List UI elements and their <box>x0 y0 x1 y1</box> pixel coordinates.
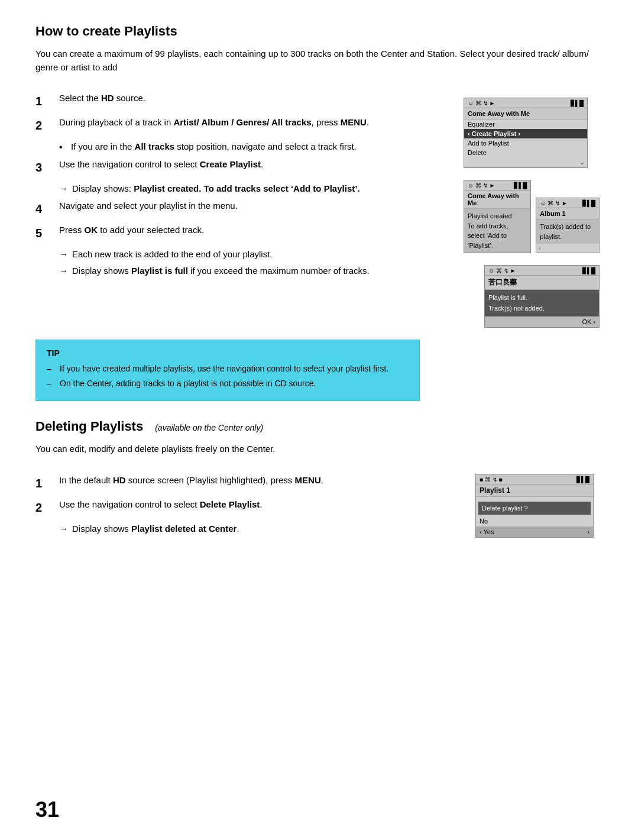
delete-step-2-number: 2 <box>35 498 59 516</box>
step-4-number: 4 <box>35 199 59 218</box>
tip-text-2: On the Center, adding tracks to a playli… <box>60 377 316 390</box>
delete-section-title: Deleting Playlists <box>35 419 143 434</box>
step-1-number: 1 <box>35 92 59 110</box>
tip-item-1: – If you have created multiple playlists… <box>47 363 409 375</box>
device-song-4: 苦口良藥 <box>485 276 599 290</box>
step-4: 4 Navigate and select your playlist in t… <box>35 199 452 218</box>
bullet-item-1: • If you are in the All tracks stop posi… <box>35 140 452 154</box>
device-icons-2: ☺ ⌘ ↯ ► <box>468 182 495 189</box>
device-screen-delete: ■ ⌘ ↯ ■ ▊▌█ Playlist 1 Delete playlist ?… <box>475 474 594 538</box>
bullet-text: If you are in the All tracks stop positi… <box>71 140 357 154</box>
bullet-symbol: • <box>59 140 71 154</box>
device-ok-button: OK › <box>485 316 599 327</box>
device-menu-delete: Delete <box>464 148 587 157</box>
delete-step-1-text: In the default HD source screen (Playlis… <box>59 474 323 492</box>
device-more-indicator-1: ⌄ <box>464 157 587 167</box>
screenshots-column: ☺ ⌘ ↯ ► ▊▌█ Come Away with Me Equalizer … <box>464 92 600 328</box>
device-menu-create-playlist: ‹ Create Playlist › <box>464 129 587 138</box>
delete-steps-column: 1 In the default HD source screen (Playl… <box>35 474 464 539</box>
arrow-text-2: Each new track is added to the end of yo… <box>72 248 273 261</box>
step-5-number: 5 <box>35 224 59 242</box>
page-number: 31 <box>35 797 59 822</box>
device-song-2: Come Away with Me <box>464 190 530 209</box>
device-signal-2: ▊▌█ <box>514 182 527 189</box>
create-section-title: How to create Playlists <box>35 24 600 39</box>
device-signal-4: ▊▌█ <box>582 267 595 274</box>
device-screen-3: ☺ ⌘ ↯ ► ▊▌█ Album 1 Track(s) added to pl… <box>536 198 600 253</box>
arrow-symbol-3: → <box>59 264 72 278</box>
device-header-4: ☺ ⌘ ↯ ► ▊▌█ <box>485 266 599 276</box>
device-icons-3: ☺ ⌘ ↯ ► <box>540 200 567 206</box>
device-signal-3: ▊▌█ <box>582 200 595 206</box>
device-header-2: ☺ ⌘ ↯ ► ▊▌█ <box>464 180 530 190</box>
device-screen-1: ☺ ⌘ ↯ ► ▊▌█ Come Away with Me Equalizer … <box>464 98 588 168</box>
spacer <box>476 497 593 500</box>
delete-step-1-number: 1 <box>35 474 59 492</box>
step-1-text: Select the HD source. <box>59 92 145 110</box>
delete-step-2-text: Use the navigation control to select Del… <box>59 498 263 516</box>
delete-screen-column: ■ ⌘ ↯ ■ ▊▌█ Playlist 1 Delete playlist ?… <box>475 474 600 539</box>
steps-column: 1 Select the HD source. 2 During playbac… <box>35 92 452 328</box>
device-icons-4: ☺ ⌘ ↯ ► <box>488 267 516 274</box>
step-1: 1 Select the HD source. <box>35 92 452 110</box>
step-2-number: 2 <box>35 116 59 134</box>
device-nav-right: › <box>587 528 589 535</box>
device-playlist-title: Playlist 1 <box>476 484 593 497</box>
device-delete-icons: ■ ⌘ ↯ ■ <box>480 476 502 483</box>
step-2-text: During playback of a track in Artist/ Al… <box>59 116 369 134</box>
device-delete-dialog: Delete playlist ? <box>478 502 591 515</box>
delete-step-1: 1 In the default HD source screen (Playl… <box>35 474 464 492</box>
delete-step-2: 2 Use the navigation control to select D… <box>35 498 464 516</box>
delete-arrow-item: → Display shows Playlist deleted at Cent… <box>35 522 464 536</box>
delete-arrow-symbol: → <box>59 522 72 536</box>
step-3-number: 3 <box>35 158 59 176</box>
arrow-symbol-2: → <box>59 248 72 261</box>
device-song-3: Album 1 <box>536 208 599 219</box>
device-screen-4: ☺ ⌘ ↯ ► ▊▌█ 苦口良藥 Playlist is full. Track… <box>484 265 600 328</box>
tip-text-1: If you have created multiple playlists, … <box>60 363 388 375</box>
arrow-item-3: → Display shows Playlist is full if you … <box>35 264 452 278</box>
device-menu-add-to-playlist: Add to Playlist <box>464 138 587 148</box>
delete-section-header: Deleting Playlists (available on the Cen… <box>35 419 600 434</box>
device-signal-1: ▊▌█ <box>571 100 584 106</box>
delete-intro-text: You can edit, modify and delete playlist… <box>35 442 600 456</box>
device-header-3: ☺ ⌘ ↯ ► ▊▌█ <box>536 198 599 208</box>
delete-content-area: 1 In the default HD source screen (Playl… <box>35 474 600 539</box>
arrow-item-1: → Display shows: Playlist created. To ad… <box>35 182 452 196</box>
tip-item-2: – On the Center, adding tracks to a play… <box>47 377 409 390</box>
step-4-text: Navigate and select your playlist in the… <box>59 199 238 218</box>
screens-2-3-row: ☺ ⌘ ↯ ► ▊▌█ Come Away with Me Playlist c… <box>464 180 600 253</box>
arrow-symbol-1: → <box>59 182 72 196</box>
device-delete-header: ■ ⌘ ↯ ■ ▊▌█ <box>476 474 593 484</box>
delete-arrow-text: Display shows Playlist deleted at Center… <box>72 522 239 536</box>
device-yes-label: ‹ Yes <box>480 528 494 535</box>
device-track-added-msg: Track(s) added to playlist. <box>536 219 599 244</box>
tip-dash-2: – <box>47 377 55 390</box>
device-full-msg: Playlist is full. Track(s) not added. <box>485 290 599 316</box>
arrow-item-2: → Each new track is added to the end of … <box>35 248 452 261</box>
device-delete-no: No <box>476 516 593 526</box>
device-playlist-created-msg: Playlist created To add tracks, select ‘… <box>464 209 530 253</box>
device-menu-equalizer: Equalizer <box>464 119 587 129</box>
step-2: 2 During playback of a track in Artist/ … <box>35 116 452 134</box>
step-5-text: Press OK to add your selected track. <box>59 224 204 242</box>
device-delete-yes-row: ‹ Yes › <box>476 526 593 537</box>
tip-box: TIP – If you have created multiple playl… <box>35 340 420 401</box>
device-icons-1: ☺ ⌘ ↯ ► <box>468 100 495 106</box>
delete-section-subtitle: (available on the Center only) <box>155 423 263 432</box>
create-intro-text: You can create a maximum of 99 playlists… <box>35 47 600 74</box>
device-song-1: Come Away with Me <box>464 108 587 119</box>
step-5: 5 Press OK to add your selected track. <box>35 224 452 242</box>
arrow-text-3: Display shows Playlist is full if you ex… <box>72 264 370 278</box>
tip-label: TIP <box>47 348 409 358</box>
step-3-text: Use the navigation control to select Cre… <box>59 158 263 176</box>
step-3: 3 Use the navigation control to select C… <box>35 158 452 176</box>
create-content-area: 1 Select the HD source. 2 During playbac… <box>35 92 600 328</box>
device-delete-signal: ▊▌█ <box>576 476 589 483</box>
tip-dash-1: – <box>47 363 55 375</box>
device-header-1: ☺ ⌘ ↯ ► ▊▌█ <box>464 98 587 108</box>
device-back-indicator: ‹ <box>536 244 599 253</box>
device-screen-2: ☺ ⌘ ↯ ► ▊▌█ Come Away with Me Playlist c… <box>464 180 531 253</box>
arrow-text-1: Display shows: Playlist created. To add … <box>72 182 360 196</box>
